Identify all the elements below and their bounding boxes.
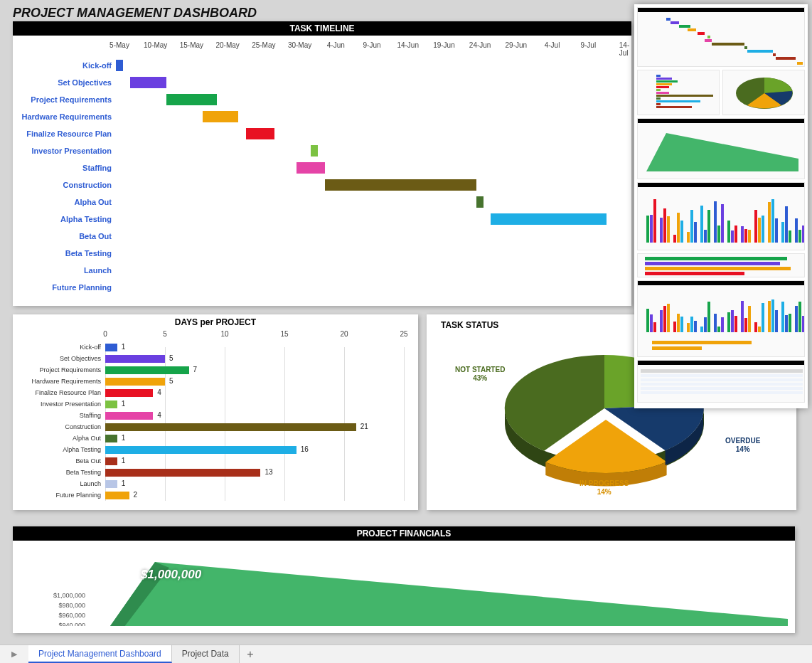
fin-ytick-2: $960,000 [47, 612, 85, 619]
days-row-label: Launch [20, 480, 105, 487]
svg-rect-113 [641, 369, 803, 373]
svg-rect-57 [771, 199, 774, 243]
svg-rect-56 [768, 202, 771, 243]
days-row-label: Alpha Out [20, 435, 105, 442]
timeline-tick: 4-Jun [327, 41, 345, 49]
days-bar [105, 469, 260, 477]
timeline-bar [325, 179, 476, 191]
days-row-label: Beta Testing [20, 469, 105, 476]
svg-marker-28 [646, 133, 798, 171]
timeline-task-label: Beta Out [13, 232, 116, 240]
timeline-task-label: Launch [13, 266, 116, 275]
svg-rect-84 [714, 314, 717, 332]
svg-rect-19 [656, 86, 669, 88]
svg-rect-55 [762, 216, 764, 243]
days-row: Set Objectives5 [20, 353, 411, 364]
days-tick: 20 [340, 330, 348, 338]
svg-rect-118 [641, 391, 803, 394]
svg-rect-117 [641, 387, 803, 390]
sheet-tab[interactable]: Project Data [172, 645, 240, 663]
financials-peak-label: $1,000,000 [141, 568, 201, 582]
fin-ytick-1: $980,000 [47, 602, 85, 609]
svg-rect-88 [731, 310, 734, 332]
days-bar [105, 378, 165, 386]
fin-ytick-0: $1,000,000 [47, 592, 85, 599]
days-row: Investor Presentation1 [20, 398, 411, 410]
timeline-row: Kick-off [13, 57, 631, 74]
svg-rect-103 [798, 302, 801, 332]
days-x-axis: 0510152025 [105, 330, 404, 341]
timeline-bar [166, 94, 217, 105]
svg-rect-60 [785, 206, 788, 243]
days-bar [105, 389, 153, 397]
svg-rect-75 [673, 322, 676, 332]
timeline-row: Beta Testing [13, 245, 631, 262]
sheet-nav-prev-icon[interactable]: ▶ [0, 645, 28, 663]
timeline-tick: 19-Jun [433, 41, 455, 49]
timeline-task-label: Project Requirements [13, 95, 116, 104]
days-bar [105, 344, 117, 351]
thumb-table [637, 360, 805, 403]
timeline-tick: 9-Jul [580, 41, 596, 49]
timeline-bar [130, 77, 166, 88]
svg-rect-25 [656, 103, 661, 105]
days-tick: 25 [400, 330, 407, 338]
timeline-tick: 9-Jun [363, 41, 380, 49]
timeline-tick: 14-Jul [619, 41, 629, 57]
svg-rect-83 [707, 302, 710, 332]
svg-rect-24 [656, 100, 700, 102]
days-value: 5 [169, 377, 173, 385]
svg-rect-81 [700, 327, 703, 332]
sheet-add-button[interactable]: + [240, 645, 261, 663]
timeline-tick: 10-May [144, 41, 167, 49]
days-row-label: Beta Out [20, 457, 105, 465]
days-tick: 15 [280, 330, 288, 338]
timeline-tick: 14-Jun [397, 41, 419, 49]
svg-rect-47 [727, 221, 730, 243]
svg-rect-26 [656, 106, 692, 108]
timeline-task-label: Beta Testing [13, 249, 116, 258]
svg-rect-59 [781, 222, 784, 243]
days-value: 13 [265, 468, 272, 476]
days-tick: 10 [220, 330, 228, 338]
svg-rect-7 [707, 36, 710, 38]
sheet-tab[interactable]: Project Management Dashboard [28, 645, 172, 663]
timeline-row: Future Planning [13, 279, 631, 296]
svg-rect-58 [775, 218, 778, 243]
svg-rect-66 [645, 262, 780, 265]
svg-rect-67 [645, 267, 791, 270]
svg-rect-85 [717, 327, 720, 332]
days-bar [105, 435, 117, 442]
svg-rect-13 [776, 57, 796, 60]
timeline-tick: 4-Jul [545, 41, 560, 49]
timeline-heading: TASK TIMELINE [13, 21, 631, 36]
timeline-tick: 29-Jun [506, 41, 528, 49]
svg-rect-22 [656, 95, 713, 97]
svg-rect-92 [748, 306, 751, 332]
days-value: 7 [193, 366, 198, 373]
timeline-task-label: Staffing [13, 164, 116, 172]
timeline-panel: TASK TIMELINE 5-May10-May15-May20-May25-… [13, 21, 631, 306]
svg-rect-114 [641, 374, 803, 377]
days-bar [105, 446, 297, 454]
days-bar [105, 366, 189, 374]
timeline-task-label: Alpha Out [13, 198, 116, 206]
days-value: 4 [157, 388, 161, 396]
svg-rect-97 [771, 299, 774, 332]
days-row-label: Kick-off [20, 344, 105, 351]
svg-rect-4 [679, 25, 690, 28]
svg-rect-40 [694, 222, 697, 243]
days-value: 1 [122, 479, 126, 487]
svg-rect-9 [712, 43, 744, 46]
timeline-task-label: Hardware Requirements [13, 112, 116, 121]
pie-label-notstarted: NOT STARTED43% [455, 366, 505, 383]
days-row-label: Hardware Requirements [20, 378, 105, 385]
svg-rect-98 [775, 310, 778, 332]
svg-rect-3 [671, 21, 679, 24]
days-row: Hardware Requirements5 [20, 376, 411, 387]
svg-rect-68 [645, 272, 744, 275]
svg-rect-18 [656, 83, 672, 85]
financials-heading: PROJECT FINANCIALS [13, 526, 795, 541]
timeline-row: Investor Presentation [13, 142, 631, 159]
financials-panel: PROJECT FINANCIALS $1,000,000 $980,000 $… [13, 526, 795, 633]
